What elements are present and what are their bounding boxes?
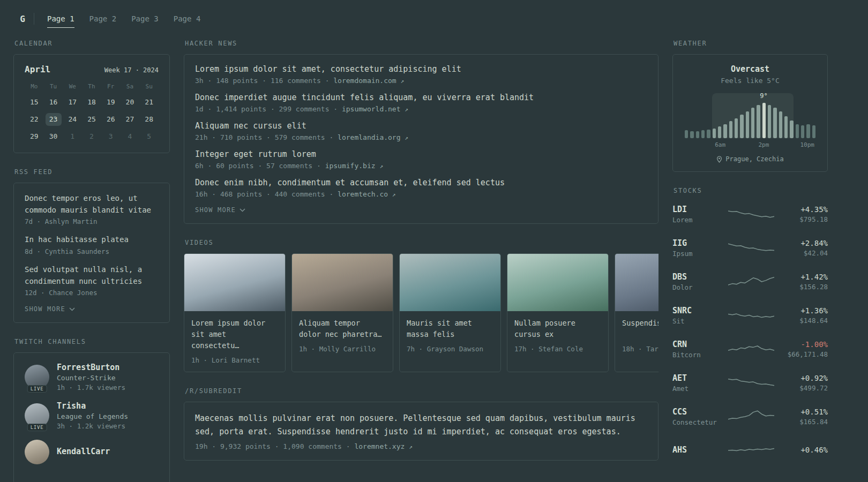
calendar-card: April Week 17 · 2024 MoTuWeThFrSaSu15161…: [13, 54, 170, 153]
hn-story-link[interactable]: Integer eget rutrum lorem: [195, 149, 647, 159]
calendar-day: 27: [122, 113, 138, 126]
weather-hour-bar: [779, 111, 782, 138]
stock-row[interactable]: SNRC Sit +1.36% $148.64: [672, 303, 828, 328]
weather-condition: Overcast: [682, 64, 819, 74]
calendar-day-name: Fr: [101, 83, 121, 90]
rss-article-meta: 8d · Cynthia Saunders: [25, 247, 159, 255]
external-link-icon: ↗: [405, 134, 408, 141]
hn-item: Donec enim nibh, condimentum et accumsan…: [195, 178, 647, 198]
rss-article-meta: 12d · Chance Jones: [25, 289, 159, 297]
video-body: Suspendisse diam 18h · Tara: [615, 311, 659, 360]
hn-domain-link[interactable]: loremlandia.org ↗: [338, 133, 408, 141]
hn-item: Integer eget rutrum lorem 6h · 60 points…: [195, 149, 647, 170]
weather-hour-bar: [723, 124, 727, 138]
avatar: LIVE: [25, 440, 49, 464]
subreddit-domain-link[interactable]: loremnet.xyz ↗: [354, 442, 412, 450]
hn-story-link[interactable]: Lorem ipsum dolor sit amet, consectetur …: [195, 64, 647, 74]
stock-row[interactable]: AET Amet +0.92% $499.72: [672, 370, 828, 396]
hn-domain-link[interactable]: loremtech.co ↗: [338, 190, 395, 198]
stock-row[interactable]: CCS Consectetur +0.51% $165.84: [672, 404, 828, 430]
rss-show-more-button[interactable]: SHOW MORE: [25, 305, 159, 313]
weather-hour-bar: [796, 124, 799, 138]
calendar-grid: MoTuWeThFrSaSu15161718192021222324252627…: [25, 83, 159, 143]
stock-symbol-block: LDI Lorem: [672, 205, 723, 224]
video-card[interactable]: Suspendisse diam 18h · Tara: [615, 253, 659, 372]
calendar-month: April: [25, 64, 50, 74]
stock-symbol-block: SNRC Sit: [672, 306, 723, 325]
weather-hour-bar: [707, 130, 710, 139]
stock-ticker: LDI: [672, 205, 723, 214]
weather-time-axis: 6am 2pm 10pm: [685, 141, 815, 150]
subreddit-widget-title: /R/SUBREDDIT: [185, 387, 659, 395]
tab-page-1[interactable]: Page 1: [40, 10, 82, 27]
stock-row[interactable]: IIG Ipsum +2.84% $42.04: [672, 235, 828, 261]
calendar-day: 21: [141, 96, 157, 109]
tab-page-4[interactable]: Page 4: [166, 10, 208, 27]
weather-widget: WEATHER Overcast Feels like 5°C 9° 6am 2…: [672, 40, 828, 172]
stock-change: +1.42%: [780, 273, 828, 281]
stock-row[interactable]: AHS +0.46%: [672, 438, 828, 463]
video-card[interactable]: Mauris sit amet massa felis 7h · Grayson…: [399, 253, 501, 372]
stock-row[interactable]: CRN Bitcorn -1.00% $66,171.48: [672, 336, 828, 362]
rss-article-link[interactable]: In hac habitasse platea: [25, 234, 159, 246]
calendar-widget-title: CALENDAR: [14, 40, 170, 47]
twitch-channel-link[interactable]: LIVE KendallCarr: [25, 440, 159, 464]
video-card[interactable]: Aliquam tempor dolor nec pharetra… 1h · …: [291, 253, 393, 372]
weather-hour-bar: [696, 131, 699, 138]
rss-article-link[interactable]: Sed volutpat nulla nisl, a condimentum n…: [25, 264, 159, 287]
stock-sparkline: [728, 409, 774, 425]
hn-story-link[interactable]: Donec enim nibh, condimentum et accumsan…: [195, 178, 647, 187]
video-card[interactable]: Nullam posuere cursus ex 17h · Stefan Co…: [507, 253, 609, 372]
hn-story-link[interactable]: Aliquam nec cursus elit: [195, 121, 647, 131]
weather-peak-label: 9°: [760, 92, 767, 100]
hn-item: Donec imperdiet augue tincidunt felis al…: [195, 93, 647, 113]
weather-location-text: Prague, Czechia: [725, 155, 783, 163]
hn-domain-link[interactable]: ipsumify.biz ↗: [325, 162, 383, 170]
stocks-widget: STOCKS LDI Lorem +4.35% $795.18: [672, 187, 828, 463]
stock-price: $42.04: [780, 249, 828, 257]
stock-row[interactable]: LDI Lorem +4.35% $795.18: [672, 201, 828, 227]
weather-hour-bar: [685, 130, 688, 138]
hn-domain-link[interactable]: ipsumworld.net ↗: [342, 105, 408, 113]
hn-meta-text: 3h · 148 points · 116 comments ·: [195, 77, 329, 85]
weather-hour-bar: [806, 124, 810, 138]
chevron-down-icon: [240, 208, 245, 212]
channel-viewers: 3h · 1.2k viewers: [57, 422, 128, 430]
stock-symbol-block: IIG Ipsum: [672, 238, 723, 258]
stock-sparkline: [728, 341, 774, 357]
videos-row: Lorem ipsum dolor sit amet consectetu… 1…: [184, 253, 659, 372]
video-thumbnail: [292, 254, 393, 311]
hn-story-meta: 16h · 468 points · 440 comments · loremt…: [195, 190, 647, 198]
nav-divider: [34, 13, 34, 25]
video-title: Mauris sit amet massa felis: [407, 318, 493, 340]
channel-viewers: 1h · 1.7k viewers: [57, 383, 125, 391]
calendar-day-name: Mo: [25, 83, 44, 90]
rss-item: Donec tempor eros leo, ut commodo mauris…: [25, 193, 159, 225]
hn-meta-text: 16h · 468 points · 440 comments ·: [195, 190, 333, 198]
twitch-channel-link[interactable]: LIVE Trisha League of Legends 3h · 1.2k …: [25, 401, 159, 430]
external-link-icon: ↗: [401, 78, 405, 85]
hn-domain-link[interactable]: loremdomain.com ↗: [333, 77, 404, 85]
calendar-day-name: Tu: [44, 83, 63, 90]
hn-show-more-button[interactable]: SHOW MORE: [195, 206, 647, 214]
tab-page-3[interactable]: Page 3: [124, 10, 166, 27]
hn-story-link[interactable]: Donec imperdiet augue tincidunt felis al…: [195, 93, 647, 102]
stock-ticker: CCS: [672, 407, 723, 417]
calendar-day-name: Su: [139, 83, 159, 90]
calendar-day: 16: [46, 96, 62, 109]
hackernews-widget-title: HACKER NEWS: [185, 40, 659, 47]
stock-row[interactable]: DBS Dolor +1.42% $156.28: [672, 269, 828, 295]
hn-meta-text: 6h · 60 points · 57 comments ·: [195, 162, 321, 170]
weather-hour-bar: [746, 111, 749, 138]
subreddit-post-link[interactable]: Maecenas mollis pulvinar erat non posuer…: [195, 412, 647, 439]
rss-article-link[interactable]: Donec tempor eros leo, ut commodo mauris…: [25, 193, 159, 216]
twitch-channel-link[interactable]: LIVE ForrestBurton Counter-Strike 1h · 1…: [25, 363, 159, 391]
rss-article-meta: 7d · Ashlyn Martin: [25, 217, 159, 225]
video-meta: 7h · Grayson Dawson: [407, 345, 493, 353]
tab-page-2[interactable]: Page 2: [82, 10, 124, 27]
weather-hour-bar: [751, 108, 754, 138]
chevron-down-icon: [69, 307, 75, 311]
external-link-icon: ↗: [392, 191, 396, 198]
stock-symbol-block: CCS Consectetur: [672, 407, 723, 426]
video-card[interactable]: Lorem ipsum dolor sit amet consectetu… 1…: [184, 253, 286, 372]
